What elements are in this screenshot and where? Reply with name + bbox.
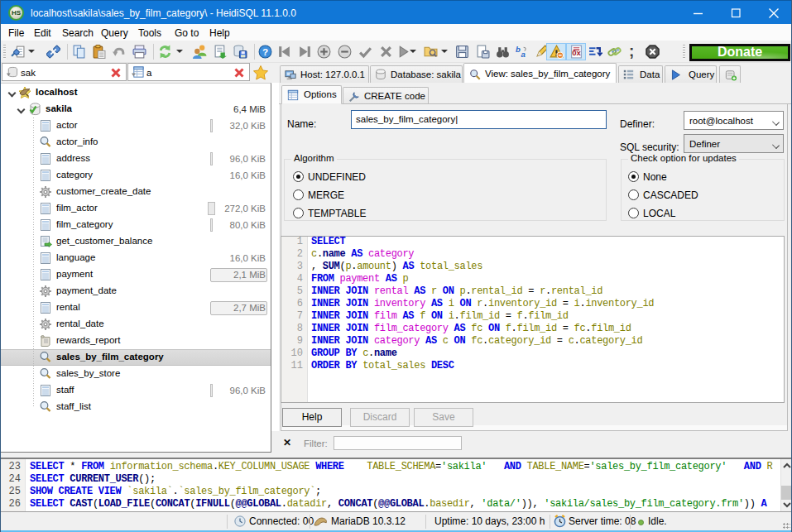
svg-text:b: b — [516, 45, 521, 54]
svg-text:0x: 0x — [572, 48, 581, 57]
svg-text:?: ? — [262, 46, 268, 57]
